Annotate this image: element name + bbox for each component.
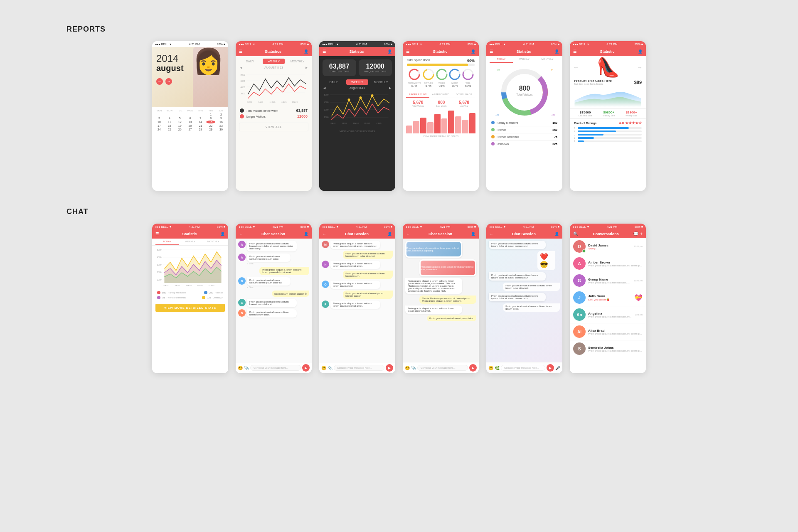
dark-tab-weekly[interactable]: WEEKLY bbox=[346, 79, 368, 85]
profile-tab-view[interactable]: PROFILE VIEW bbox=[406, 92, 429, 98]
tab-weekly[interactable]: WEEKLY bbox=[263, 59, 285, 64]
conv-group-name[interactable]: G Group Name Proin gracie aliquet a tern… bbox=[570, 272, 646, 289]
emoji-icon-1[interactable]: 😊 bbox=[238, 366, 243, 370]
chat-stat-user-icon[interactable]: 👤 bbox=[220, 232, 225, 236]
conv-chat-icon[interactable]: 💬 bbox=[633, 232, 638, 236]
conv-sendrella-johns[interactable]: S Sendrella Johns Proin gracie aliquet a… bbox=[570, 340, 646, 357]
product-nav-prev[interactable]: ← bbox=[573, 64, 579, 71]
cal-day-3[interactable]: 3 bbox=[155, 117, 164, 120]
cal-day-6[interactable]: 6 bbox=[185, 117, 195, 120]
circle-tab-weekly[interactable]: WEEKLY bbox=[513, 56, 536, 63]
user-icon[interactable]: 👤 bbox=[304, 49, 308, 54]
dark-menu-icon[interactable]: ☰ bbox=[323, 49, 326, 54]
cal-day-29[interactable]: 29 bbox=[206, 128, 215, 131]
tab-daily[interactable]: DAILY bbox=[239, 59, 261, 64]
mic-icon[interactable]: 🎤 bbox=[555, 366, 560, 370]
cal-day-16[interactable]: 16 bbox=[217, 121, 226, 123]
dark-prev[interactable]: ◀ bbox=[323, 86, 325, 90]
cstat-tab-weekly[interactable]: WEEKLY bbox=[179, 239, 202, 245]
conv-add-icon[interactable]: + bbox=[640, 232, 643, 236]
send-btn-3[interactable]: ▶ bbox=[469, 364, 477, 372]
chat-s3-user-icon[interactable]: 👤 bbox=[471, 232, 475, 236]
attach-icon-4[interactable]: 🌿 bbox=[495, 366, 500, 370]
chat-input-3[interactable]: Compose your message here... bbox=[417, 365, 468, 371]
cstat-tab-today[interactable]: TODAY bbox=[155, 239, 179, 245]
cal-day-5[interactable]: 5 bbox=[175, 117, 185, 120]
cal-day-7[interactable]: 7 bbox=[196, 117, 205, 120]
menu-icon[interactable]: ☰ bbox=[239, 49, 242, 54]
dark-next[interactable]: ▶ bbox=[389, 86, 391, 90]
cal-day-22[interactable]: 22 bbox=[206, 124, 215, 127]
emoji-icon-3[interactable]: 😊 bbox=[405, 366, 410, 370]
next-month-btn[interactable]: → bbox=[165, 78, 172, 85]
conv-david-james[interactable]: D David James Typing... 10:31 pm bbox=[570, 238, 646, 255]
chat-s2-user-icon[interactable]: 👤 bbox=[387, 232, 392, 236]
cal-day-28[interactable]: 28 bbox=[196, 128, 205, 131]
product-user-icon[interactable]: 👤 bbox=[638, 49, 643, 54]
dark-view-more[interactable]: VIEW MORE DETAILED STATS bbox=[319, 128, 395, 134]
conv-search-icon[interactable]: 🔍 bbox=[573, 232, 578, 236]
conv-angelina[interactable]: An Angelina Proin gracie aliquet a terne… bbox=[570, 306, 646, 323]
cal-day-10[interactable]: 10 bbox=[155, 121, 164, 123]
chat-s4-user-icon[interactable]: 👤 bbox=[554, 232, 559, 236]
cal-day-13[interactable]: 13 bbox=[185, 121, 195, 123]
attach-icon-2[interactable]: 📎 bbox=[328, 366, 332, 370]
chat-input-1[interactable]: Compose your message here... bbox=[250, 365, 301, 371]
cal-day-1[interactable]: 1 bbox=[206, 113, 215, 116]
cal-day-12[interactable]: 12 bbox=[175, 121, 185, 123]
dark-user-icon[interactable]: 👤 bbox=[387, 49, 392, 54]
cal-day-18[interactable]: 18 bbox=[165, 124, 174, 127]
cal-day-30[interactable]: 30 bbox=[217, 128, 226, 131]
dark-tab-daily[interactable]: DAILY bbox=[323, 79, 345, 85]
cal-day-21[interactable]: 21 bbox=[196, 124, 205, 127]
cal-day-23[interactable]: 23 bbox=[217, 124, 226, 127]
cal-day-20[interactable]: 20 bbox=[185, 124, 195, 127]
circle-menu-icon[interactable]: ☰ bbox=[490, 49, 493, 54]
chat-back-icon-1[interactable]: ← bbox=[239, 232, 243, 236]
cal-day-17[interactable]: 17 bbox=[155, 124, 164, 127]
cal-day-27[interactable]: 27 bbox=[185, 128, 195, 131]
cal-day-8[interactable]: 8 bbox=[206, 117, 215, 120]
cstat-tab-monthly[interactable]: MONTHLY bbox=[202, 239, 225, 245]
cal-day-4[interactable]: 4 bbox=[165, 117, 174, 120]
product-nav-next[interactable]: → bbox=[637, 64, 643, 71]
cal-day-2[interactable]: 2 bbox=[217, 113, 226, 116]
date-next[interactable]: ▶ bbox=[305, 66, 308, 69]
cal-day-9[interactable]: 9 bbox=[217, 117, 226, 120]
send-btn-4[interactable]: ▶ bbox=[547, 364, 554, 372]
space-menu-icon[interactable]: ☰ bbox=[406, 49, 409, 54]
cal-day-11[interactable]: 11 bbox=[165, 121, 174, 123]
attach-icon-1[interactable]: 📎 bbox=[244, 366, 249, 370]
chat-input-2[interactable]: Compose your message here... bbox=[334, 365, 384, 371]
chat-back-icon-4[interactable]: ← bbox=[490, 232, 493, 236]
dark-tab-monthly[interactable]: MONTHLY bbox=[370, 79, 392, 85]
chat-s1-user-icon[interactable]: 👤 bbox=[304, 232, 308, 236]
chat-back-icon-3[interactable]: ← bbox=[406, 232, 410, 236]
cal-day-24[interactable]: 24 bbox=[155, 128, 164, 131]
profile-tab-appreciated[interactable]: APPRECIATED bbox=[429, 92, 453, 98]
cal-day-14[interactable]: 14 bbox=[196, 121, 205, 123]
conv-alisa-brad[interactable]: Al Alisa Brad Proin gracie aliquet a ter… bbox=[570, 323, 646, 340]
cal-day-25[interactable]: 25 bbox=[165, 128, 174, 131]
emoji-icon-4[interactable]: 😊 bbox=[488, 366, 493, 370]
profile-tab-downloads[interactable]: DOWNLOADS bbox=[452, 92, 475, 98]
circle-tab-today[interactable]: TODAY bbox=[490, 56, 513, 63]
view-more-detailed-btn[interactable]: VIEW MORE DETAILED STATS bbox=[155, 304, 225, 312]
cal-day-today[interactable]: 15 bbox=[206, 121, 215, 123]
space-user-icon[interactable]: 👤 bbox=[471, 49, 475, 54]
view-all-btn[interactable]: VIEW ALL bbox=[239, 123, 308, 131]
circle-user-icon[interactable]: 👤 bbox=[554, 49, 559, 54]
product-menu-icon[interactable]: ☰ bbox=[573, 49, 576, 54]
space-view-more[interactable]: VIEW MORE DETAILED STATS bbox=[403, 133, 479, 139]
cal-day-19[interactable]: 19 bbox=[175, 124, 185, 127]
date-prev[interactable]: ◀ bbox=[240, 66, 242, 69]
conv-amber-brown[interactable]: A Amber Brown Proin gracie aliquet a ter… bbox=[570, 255, 646, 272]
chat-input-4[interactable]: Compose your message here... bbox=[501, 365, 545, 371]
cal-day-26[interactable]: 26 bbox=[175, 128, 185, 131]
chat-stat-menu-icon[interactable]: ☰ bbox=[155, 232, 159, 236]
chat-back-icon-2[interactable]: ← bbox=[323, 232, 326, 236]
prev-month-btn[interactable]: ← bbox=[156, 78, 163, 85]
attach-icon-3[interactable]: 📎 bbox=[411, 366, 416, 370]
tab-monthly[interactable]: MONTHLY bbox=[286, 59, 308, 64]
circle-tab-monthly[interactable]: MONTHLY bbox=[536, 56, 559, 63]
